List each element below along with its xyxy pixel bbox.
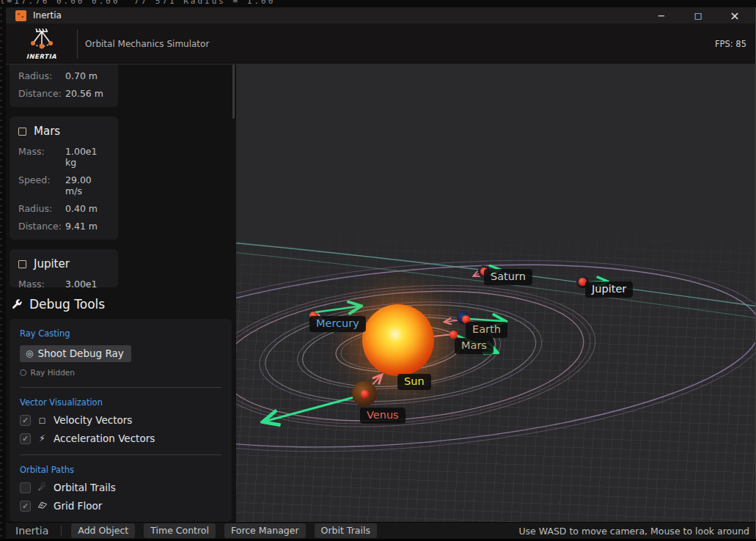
maximize-icon: □ [694, 11, 702, 21]
acceleration-vectors-row: ✓ ⚡ Acceleration Vectors [20, 433, 221, 444]
stat-label: Mass: [18, 146, 65, 168]
planet-card-mars: Mars Mass: 1.00e1 kg Speed: 29.00 m/s Ra… [10, 117, 118, 240]
background-left-strip [0, 7, 6, 540]
ray-status: ○ Ray Hidden [20, 367, 221, 377]
section-vector-visualization: Vector Visualization [20, 397, 221, 408]
stat-value: 29.00 m/s [65, 174, 109, 196]
grid-floor-row: ✓ Grid Floor [20, 500, 221, 512]
grid-floor-label: Grid Floor [54, 500, 102, 512]
planet-name: Jupiter [34, 257, 70, 270]
stat-label: Radius: [18, 70, 65, 81]
background-clipped-text: t=17.76 0.00 0.00 '77 571 Radius = 1.00 [0, 0, 756, 6]
logo-word: INERTIA [26, 53, 56, 60]
saturn-label: Saturn [484, 269, 532, 285]
square-icon: □ [37, 416, 48, 424]
maximize-button[interactable]: □ [680, 7, 716, 23]
statusbar-hint: Use WASD to move camera, Mouse to look a… [518, 526, 749, 537]
stat-value: 20.56 m [65, 88, 103, 99]
target-icon: ◎ [26, 348, 33, 358]
circle-icon: ○ [20, 367, 27, 377]
section-orbital-paths: Orbital Paths [20, 465, 221, 475]
stat-label: Radius: [18, 203, 65, 214]
time-control-button[interactable]: Time Control [144, 523, 216, 538]
orbit-paths-layer [236, 65, 755, 522]
venus-marker[interactable] [361, 390, 369, 398]
divider [20, 387, 221, 388]
stat-value: 9.41 m [65, 221, 98, 232]
acceleration-vectors-label: Acceleration Vectors [54, 433, 155, 444]
stat-label: Distance: [18, 88, 65, 99]
add-object-button[interactable]: Add Object [71, 523, 135, 538]
debug-tools-header: Debug Tools [11, 297, 236, 312]
orbital-trails-checkbox[interactable] [20, 482, 31, 493]
close-button[interactable]: × [716, 7, 753, 23]
comet-icon: ☄ [37, 482, 48, 493]
acceleration-vectors-checkbox[interactable]: ✓ [20, 433, 31, 444]
app-window: Inertia − □ × INERTIA Orbital Mech [6, 7, 756, 539]
venus-label: Venus [360, 408, 405, 424]
stat-label: Speed: [18, 174, 65, 196]
fps-counter: FPS: 85 [715, 39, 746, 49]
debug-tools-title: Debug Tools [29, 297, 105, 312]
section-ray-casting: Ray Casting [20, 328, 221, 339]
stat-value: 3.00e1 kg [65, 279, 109, 287]
app-header: INERTIA Orbital Mechanics Simulator FPS:… [6, 23, 755, 65]
debug-tools-panel: Ray Casting ◎ Shoot Debug Ray ○ Ray Hidd… [10, 319, 232, 522]
mercury-label: Mercury [309, 316, 366, 332]
bolt-icon: ⚡ [37, 433, 48, 444]
orbit-trails-button[interactable]: Orbit Trails [315, 523, 377, 538]
planet-checkbox-icon[interactable] [18, 128, 26, 136]
shoot-debug-ray-label: Shoot Debug Ray [37, 347, 123, 359]
shoot-debug-ray-button[interactable]: ◎ Shoot Debug Ray [20, 345, 131, 362]
velocity-vectors-label: Velocity Vectors [54, 414, 132, 426]
planet-name: Mars [34, 125, 60, 138]
statusbar-divider [61, 526, 62, 536]
background-terminal-strip: t=17.76 0.00 0.00 '77 571 Radius = 1.00 [0, 0, 756, 7]
mars-label: Mars [455, 338, 493, 354]
stat-label: Distance: [18, 221, 65, 232]
app-icon [15, 10, 26, 21]
planet-card-partial: Radius: 0.70 m Distance: 20.56 m [10, 65, 118, 107]
check-icon: ✓ [22, 501, 29, 511]
sun-label: Sun [397, 374, 431, 390]
check-icon: ✓ [22, 434, 29, 444]
force-manager-button[interactable]: Force Manager [224, 523, 306, 538]
statusbar-app-name: Inertia [15, 525, 48, 537]
orbital-trails-label: Orbital Trails [54, 482, 116, 493]
wrench-icon [11, 298, 23, 310]
window-title: Inertia [33, 10, 62, 21]
sun-body[interactable] [362, 304, 434, 376]
inertia-logo-icon [26, 27, 57, 52]
app-subtitle: Orbital Mechanics Simulator [85, 39, 209, 49]
planet-checkbox-icon[interactable] [18, 260, 26, 268]
grid-floor-checkbox[interactable]: ✓ [20, 501, 31, 512]
minimize-icon: − [658, 10, 666, 21]
divider [20, 454, 221, 455]
ray-status-label: Ray Hidden [31, 368, 75, 377]
grid-floor-icon [37, 500, 48, 512]
stat-value: 0.70 m [65, 70, 98, 81]
jupiter-label: Jupiter [585, 281, 633, 298]
sidebar: Radius: 0.70 m Distance: 20.56 m Mars Ma… [6, 65, 236, 522]
velocity-vectors-row: ✓ □ Velocity Vectors [20, 414, 221, 426]
stat-label: Mass: [18, 279, 65, 287]
stat-value: 0.40 m [65, 203, 98, 214]
velocity-vectors-checkbox[interactable]: ✓ [20, 415, 31, 426]
check-icon: ✓ [22, 416, 29, 425]
titlebar[interactable]: Inertia − □ × [6, 7, 755, 23]
earth-label: Earth [466, 322, 507, 338]
close-icon: × [730, 9, 739, 23]
simulation-viewport[interactable]: Mercury Sun Venus Earth Mars Jupiter Sat… [236, 65, 755, 522]
statusbar: Inertia Add Object Time Control Force Ma… [6, 522, 755, 539]
header-divider [77, 29, 78, 59]
logo: INERTIA [6, 23, 77, 64]
sidebar-scrollbar[interactable] [232, 65, 235, 119]
minimize-button[interactable]: − [643, 7, 680, 23]
orbital-trails-row: ☄ Orbital Trails [20, 482, 221, 493]
planet-card-jupiter: Jupiter Mass: 3.00e1 kg [10, 249, 118, 287]
stat-value: 1.00e1 kg [65, 146, 109, 168]
